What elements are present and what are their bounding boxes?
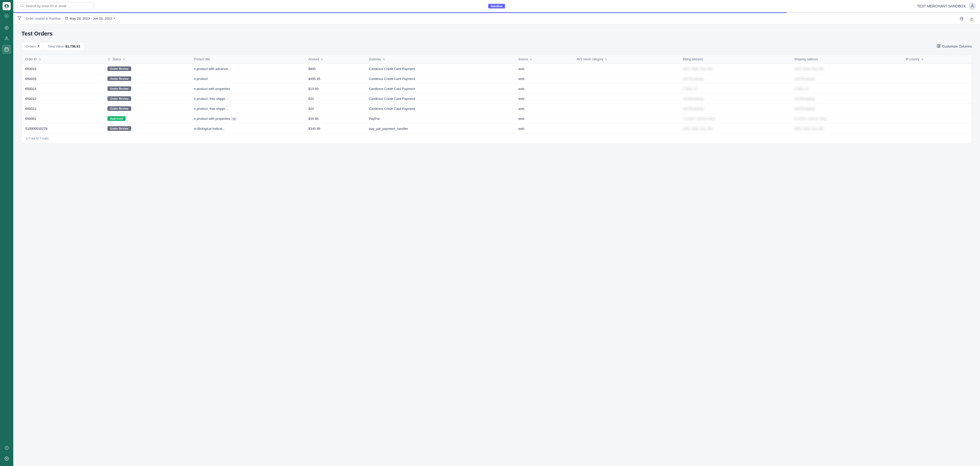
- sidebar-item-orders[interactable]: [2, 45, 11, 54]
- sort-avs-icon: ⇅: [605, 58, 607, 61]
- status-badge: Under Review: [107, 96, 131, 101]
- stats-bar: Orders 7 Total Value $1,736.91 Customize…: [21, 42, 972, 51]
- table-row[interactable]: 650001 Approved n product with propertie…: [22, 114, 972, 124]
- sort-amount-icon: ⇅: [321, 58, 323, 61]
- cell-source: web: [515, 114, 573, 124]
- cell-status: Under Review: [104, 104, 190, 114]
- cell-status: Under Review: [104, 94, 190, 104]
- table-row[interactable]: 650015 Under Review n product $495.95 Ca…: [22, 74, 972, 84]
- cell-status: Under Review: [104, 124, 190, 134]
- svg-point-6: [21, 4, 23, 6]
- table-row[interactable]: 510000010278 Under Review st Biological …: [22, 124, 972, 134]
- cell-ip-country: [902, 84, 972, 94]
- orders-label: Orders: [26, 45, 36, 48]
- table-row[interactable]: 650011 Under Review n product, free ship…: [22, 104, 972, 114]
- cell-product-title: n product: [190, 74, 305, 84]
- search-box[interactable]: [18, 2, 94, 10]
- total-value-amount: $1,736.91: [65, 45, 80, 48]
- col-ip-country[interactable]: IP country ⇅: [902, 55, 972, 64]
- col-order-id[interactable]: Order ID ⇅: [22, 55, 104, 64]
- globe-icon[interactable]: [958, 14, 966, 23]
- sort-ip-icon: ⇅: [921, 58, 923, 61]
- table-row[interactable]: 650016 Under Review n product with advan…: [22, 64, 972, 74]
- table-row[interactable]: 650012 Under Review n product, free ship…: [22, 94, 972, 104]
- col-source[interactable]: Source ⇅: [515, 55, 573, 64]
- cell-amount: $19.99: [305, 84, 366, 94]
- cell-billing: 1801 State Hwy 381: [679, 64, 791, 74]
- cell-avs: [573, 114, 679, 124]
- cell-avs: [573, 84, 679, 94]
- svg-point-0: [5, 26, 8, 30]
- col-billing[interactable]: Billing address: [679, 55, 791, 64]
- table-scroll[interactable]: Order ID ⇅ Status ⇅ Product title Amount…: [22, 55, 972, 133]
- cell-gateway: Cardknox Credit Card Payment: [366, 94, 515, 104]
- sort-status-icon: ⇅: [123, 58, 125, 61]
- cell-shipping: 11 West Jackson Blvd: [791, 114, 902, 124]
- table-row[interactable]: 650014 Under Review n product with prope…: [22, 84, 972, 94]
- cell-billing: 100 Broadway: [679, 94, 791, 104]
- date-filter[interactable]: May 28, 2023 - Jun 28, 2023 ▾: [62, 15, 118, 22]
- col-gateway[interactable]: Gateway ⇅: [366, 55, 515, 64]
- cell-ip-country: [902, 124, 972, 134]
- cell-gateway: Cardknox Credit Card Payment: [366, 84, 515, 94]
- topbar-right: TEST MERCHANT SANDBOX: [917, 3, 976, 10]
- filterbar: Order created at Riskified May 28, 2023 …: [13, 13, 980, 24]
- svg-point-2: [6, 37, 7, 38]
- customize-columns-button[interactable]: Customize Columns: [937, 44, 972, 49]
- svg-rect-14: [939, 45, 940, 48]
- main-content: Sandbox TEST MERCHANT SANDBOX Order crea…: [13, 0, 980, 466]
- cell-status: Under Review: [104, 74, 190, 84]
- col-shipping[interactable]: Shipping address: [791, 55, 902, 64]
- calendar-icon: [65, 17, 68, 21]
- page-title: Test Orders: [21, 30, 972, 37]
- col-avs[interactable]: AVS result category ⇅: [573, 55, 679, 64]
- table-header: Order ID ⇅ Status ⇅ Product title Amount…: [22, 55, 972, 64]
- sort-source-icon: ⇅: [530, 58, 532, 61]
- cell-order-id: 650016: [22, 64, 104, 74]
- cell-product-title: n product with properties +1: [190, 114, 305, 124]
- cell-source: web: [515, 94, 573, 104]
- orders-table: Order ID ⇅ Status ⇅ Product title Amount…: [22, 55, 972, 133]
- cell-avs: [573, 94, 679, 104]
- search-input[interactable]: [26, 4, 91, 8]
- status-badge: Under Review: [107, 66, 131, 71]
- svg-rect-9: [65, 17, 68, 20]
- cell-product-title: st Biological Indicat...: [190, 124, 305, 134]
- cell-amount: $20: [305, 104, 366, 114]
- cell-product-title: n product with properties: [190, 84, 305, 94]
- columns-icon: [937, 44, 941, 49]
- sort-gateway-icon: ⇅: [383, 58, 385, 61]
- cell-source: web: [515, 64, 573, 74]
- cell-gateway: Cardknox Credit Card Payment: [366, 64, 515, 74]
- cell-avs: [573, 104, 679, 114]
- cell-amount: $800: [305, 64, 366, 74]
- topbar: Sandbox TEST MERCHANT SANDBOX: [13, 0, 980, 12]
- cell-shipping: 100 Broadway: [791, 94, 902, 104]
- status-badge: Under Review: [107, 126, 131, 131]
- sidebar-item-circle[interactable]: [2, 23, 11, 32]
- sidebar-item-finance[interactable]: [2, 443, 11, 452]
- cell-order-id: 650015: [22, 74, 104, 84]
- cell-ip-country: [902, 104, 972, 114]
- cell-order-id: 650014: [22, 84, 104, 94]
- download-icon[interactable]: [968, 14, 976, 23]
- cell-billing: 1 Main St: [679, 84, 791, 94]
- filterbar-right: [958, 14, 976, 23]
- cell-billing: 100 Broadway: [679, 74, 791, 84]
- pagination-info: 1-7 out of 7 rows: [22, 133, 972, 143]
- cell-source: web: [515, 104, 573, 114]
- col-amount[interactable]: Amount ⇅: [305, 55, 366, 64]
- sidebar-toggle-button[interactable]: ›: [4, 13, 9, 18]
- svg-marker-15: [108, 58, 110, 61]
- col-status[interactable]: Status ⇅: [104, 55, 190, 64]
- svg-rect-13: [938, 45, 939, 48]
- cell-shipping: 100 Broadway: [791, 74, 902, 84]
- date-range-label: May 28, 2023 - Jun 28, 2023: [70, 17, 112, 21]
- sidebar-item-settings[interactable]: [2, 454, 11, 463]
- user-avatar[interactable]: [969, 3, 976, 10]
- chevron-down-icon: ▾: [114, 17, 115, 20]
- filter-icon[interactable]: [18, 16, 21, 21]
- sidebar-logo[interactable]: [3, 2, 11, 10]
- col-product-title[interactable]: Product title: [190, 55, 305, 64]
- sidebar-item-users[interactable]: [2, 34, 11, 43]
